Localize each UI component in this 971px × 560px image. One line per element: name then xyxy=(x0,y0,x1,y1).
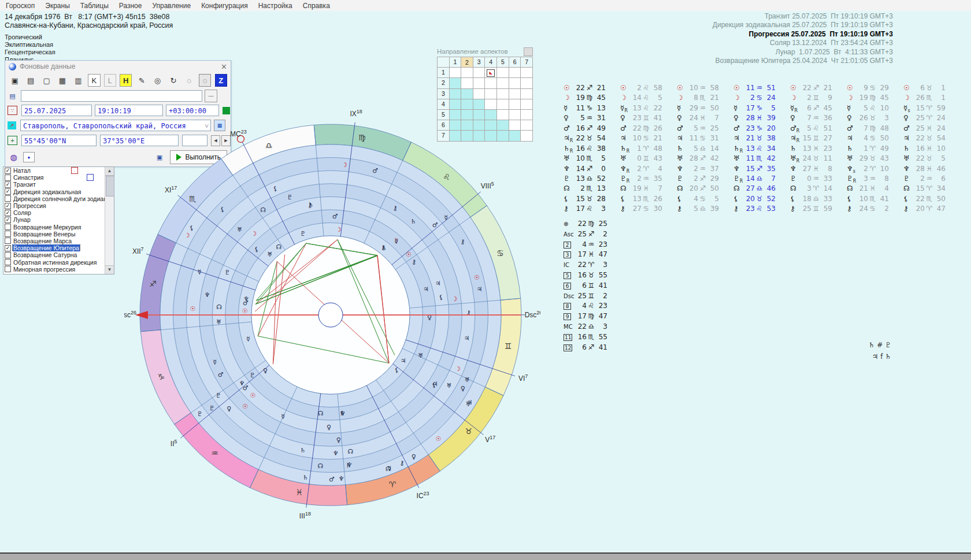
red-clock-icon[interactable]: ∙ xyxy=(71,167,78,174)
minus-button[interactable]: — xyxy=(205,90,217,102)
globe-icon[interactable]: ◍ xyxy=(9,153,18,162)
menu-item-4[interactable]: Управление xyxy=(152,2,191,10)
orbit-icon[interactable]: ◎ xyxy=(151,74,164,87)
grid-row-header-3[interactable]: 3 xyxy=(438,88,450,99)
grid-cell-1-4[interactable]: ◣ xyxy=(485,68,497,78)
grid-cell-3-2[interactable] xyxy=(461,88,473,99)
aspect-panel-button[interactable] xyxy=(524,47,533,56)
checkbox[interactable] xyxy=(5,259,11,265)
grid-cell-1-6[interactable] xyxy=(509,68,521,78)
list-scrollbar[interactable]: ▲ ▼ xyxy=(105,167,114,274)
chart-list-item-3[interactable]: ✓Дирекция зодиакальная xyxy=(3,188,114,195)
menu-item-0[interactable]: Гороскоп xyxy=(6,2,35,10)
checkbox[interactable]: ✓ xyxy=(5,245,11,251)
grid-cell-2-1[interactable] xyxy=(449,78,461,88)
new-document-icon[interactable]: ▢ xyxy=(40,74,53,87)
grid-row-header-1[interactable]: 1 xyxy=(438,68,450,78)
house-label-vi: VI7 xyxy=(518,373,528,383)
grid-cell-3-1[interactable] xyxy=(449,88,461,99)
dotted-circle-selected-icon[interactable]: ◌ xyxy=(199,74,211,87)
grid-row-header-2[interactable]: 2 xyxy=(438,78,450,88)
grid-col-header-7[interactable]: 7 xyxy=(521,57,533,68)
checkbox[interactable] xyxy=(5,224,11,230)
close-icon[interactable]: ✕ xyxy=(221,62,227,71)
table-icon[interactable]: ▥ xyxy=(72,74,84,87)
date-input[interactable]: 25.07.2025 xyxy=(21,105,92,116)
k-button[interactable]: K xyxy=(88,74,100,87)
grid-cell-2-7[interactable] xyxy=(521,78,533,88)
grid-cell-1-5[interactable] xyxy=(497,68,509,78)
checkbox[interactable]: ✓ xyxy=(5,217,11,223)
grid-col-header-4[interactable]: 4 xyxy=(485,57,497,68)
grid-cell-3-4[interactable] xyxy=(485,88,497,99)
checkbox[interactable]: ✓ xyxy=(5,181,11,188)
grid-col-header-1[interactable]: 1 xyxy=(449,57,461,68)
dotted-circle-icon[interactable]: ◌ xyxy=(183,74,195,87)
grid-col-header-2[interactable]: 2 xyxy=(461,57,473,68)
pen-icon[interactable]: ✎ xyxy=(135,74,147,87)
chart-list-item-13[interactable]: Обратная истинная дирекция xyxy=(3,258,114,265)
checkbox[interactable] xyxy=(5,175,11,181)
chart-list-item-14[interactable]: Минорная прогрессия xyxy=(3,266,114,273)
grid-cell-2-3[interactable] xyxy=(473,78,485,88)
grid-cell-1-7[interactable] xyxy=(521,68,533,78)
menu-item-5[interactable]: Конфигурация xyxy=(201,2,248,10)
dot-toggle-button[interactable]: ● xyxy=(23,152,35,162)
checkbox[interactable]: ✓ xyxy=(5,203,11,209)
menu-item-2[interactable]: Таблицы xyxy=(80,2,109,10)
grid-col-header-3[interactable]: 3 xyxy=(473,57,485,68)
checkbox[interactable] xyxy=(5,238,11,244)
grid-cell-3-7[interactable] xyxy=(521,88,533,99)
scroll-up-icon[interactable]: ▲ xyxy=(105,167,114,176)
grid-cell-2-2[interactable] xyxy=(461,78,473,88)
save-icon[interactable]: ▦ xyxy=(56,74,68,87)
chart-list-item-1[interactable]: Синастрия∙ xyxy=(3,174,114,181)
chart-list-item-5[interactable]: ✓Прогрессия xyxy=(3,202,114,209)
chart-list-item-4[interactable]: Дирекция солнечной дуги зодиак xyxy=(3,195,114,202)
menu-item-3[interactable]: Разное xyxy=(119,2,142,10)
grid-cell-2-5[interactable] xyxy=(497,78,509,88)
l-button[interactable]: L xyxy=(104,74,116,87)
grid-cell-1-2[interactable] xyxy=(461,68,473,78)
checkbox[interactable]: ✓ xyxy=(5,168,11,174)
blue-clock-icon[interactable]: ∙ xyxy=(87,174,94,181)
house-label-ic: IC23 xyxy=(417,491,429,500)
checkbox[interactable] xyxy=(5,195,11,202)
checkbox[interactable] xyxy=(5,266,11,272)
chart-list-item-11[interactable]: ✓Возвращение Юпитера xyxy=(3,244,114,251)
chart-list-item-9[interactable]: Возвращение Венеры xyxy=(3,231,114,238)
grid-cell-3-5[interactable] xyxy=(497,88,509,99)
dialog-title-bar[interactable]: Фоновые данные ✕ xyxy=(5,61,231,72)
checkbox[interactable] xyxy=(5,231,11,237)
checkbox[interactable] xyxy=(5,252,11,258)
grid-col-header-5[interactable]: 5 xyxy=(497,57,509,68)
grid-cell-2-4[interactable] xyxy=(485,78,497,88)
copy-icon[interactable]: ▣ xyxy=(9,74,21,87)
grid-cell-1-1[interactable] xyxy=(449,68,461,78)
chart-list-item-7[interactable]: ✓Лунар xyxy=(3,216,114,223)
latitude-input[interactable]: 55°45'00"N xyxy=(21,135,97,146)
event-name-input[interactable] xyxy=(21,90,202,102)
grid-col-header-6[interactable]: 6 xyxy=(509,57,521,68)
menu-item-6[interactable]: Настройка xyxy=(258,2,292,10)
grid-cell-1-3[interactable] xyxy=(473,68,485,78)
h-button[interactable]: H xyxy=(120,74,132,87)
refresh-icon[interactable]: ↻ xyxy=(167,74,179,87)
menu-item-1[interactable]: Экраны xyxy=(45,2,69,10)
grid-cell-2-6[interactable] xyxy=(509,78,521,88)
grid-cell-3-3[interactable] xyxy=(473,88,485,99)
chart-list-item-2[interactable]: ✓Транзит xyxy=(3,181,114,188)
chart-list-item-8[interactable]: Возвращение Меркурия xyxy=(3,224,114,231)
chart-list-item-6[interactable]: ✓Соляр xyxy=(3,209,114,216)
grid-cell-3-6[interactable] xyxy=(509,88,521,99)
chart-list-item-10[interactable]: Возвращение Марса xyxy=(3,238,114,244)
menu-item-7[interactable]: Справка xyxy=(303,2,330,10)
z-button[interactable]: Z xyxy=(215,74,227,87)
scroll-down-icon[interactable]: ▼ xyxy=(105,265,114,274)
paste-icon[interactable]: ▤ xyxy=(24,74,36,87)
chart-list-item-12[interactable]: Возвращение Сатурна xyxy=(3,251,114,258)
scrollbar-thumb[interactable] xyxy=(106,176,114,196)
chart-list-item-0[interactable]: ✓Натал∙ xyxy=(3,167,114,174)
checkbox[interactable]: ✓ xyxy=(5,210,11,216)
checkbox[interactable]: ✓ xyxy=(5,188,11,195)
